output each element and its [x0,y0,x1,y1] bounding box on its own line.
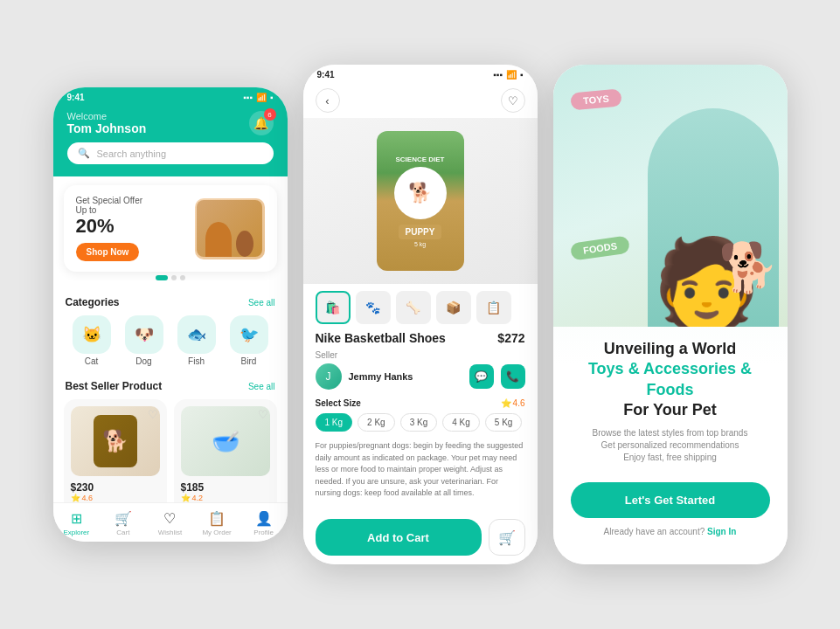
best-seller-title: Best Seller Product [66,380,163,392]
categories-see-all[interactable]: See all [248,298,275,308]
category-cat[interactable]: 🐱 Cat [73,315,111,366]
search-placeholder: Search anything [97,149,167,159]
get-started-button[interactable]: Let's Get Started [571,482,770,518]
signin-row: Already have an account? Sign In [553,527,788,543]
product-title: Nike Basketball Shoes [316,331,446,345]
explorer-label: Explorer [63,529,89,536]
unveil-title: Unveiling a World Toys & Accessories & F… [571,339,770,421]
product-img-1: 🐕 [71,406,160,476]
banner-dots [64,272,277,284]
message-button[interactable]: 💬 [469,364,494,389]
rating-badge: ⭐ 4.6 [501,398,525,408]
size-header: Select Size ⭐ 4.6 [316,398,525,408]
bag-label: PUPPY [399,225,442,239]
star-icon-lg: ⭐ [501,398,511,408]
bag-size: 5 kg [414,241,426,247]
bullet-2: Get personalized recommendations [571,440,770,450]
offer-banner: Get Special Offer Up to 20% Shop Now [64,185,277,272]
size-2kg[interactable]: 2 Kg [358,413,395,432]
offer-image [195,198,265,259]
size-section: Select Size ⭐ 4.6 1 Kg 2 Kg 3 Kg 4 Kg 5 … [303,395,538,435]
category-dog[interactable]: 🐶 Dog [125,315,163,366]
phone3-content: TOYS ACCESSORIES FOODS 🧑 🐕 [553,65,788,564]
wishlist-icon: ♡ [163,510,176,527]
categories-title: Categories [66,296,120,308]
category-fish[interactable]: 🐟 Fish [177,315,216,366]
thumb-1[interactable]: 🛍️ [316,291,351,324]
greeting-block: Welcome Tom Johnson [67,111,147,135]
phone3-text: Unveiling a World Toys & Accessories & F… [553,327,788,473]
call-button[interactable]: 📞 [501,364,525,389]
back-button[interactable]: ‹ [316,88,340,113]
dot-2 [171,275,177,280]
heart-icon-1[interactable]: ♡ [148,408,158,421]
bird-icon: 🐦 [230,315,268,354]
notification-bell[interactable]: 🔔 6 [249,111,274,135]
size-3kg[interactable]: 3 Kg [400,413,438,432]
product-rating-1: ⭐ 4.6 [71,494,160,502]
thumb-4[interactable]: 📦 [436,291,471,324]
thumb-3[interactable]: 🦴 [396,291,431,324]
add-to-cart-button[interactable]: Add to Cart [316,519,482,556]
seller-section: Seller J Jemmy Hanks 💬 📞 [303,345,538,395]
best-seller-header: Best Seller Product See all [53,373,288,396]
cart-label: Cart [116,529,129,536]
size-label: Select Size [316,398,361,408]
signin-link[interactable]: Sign In [707,527,736,536]
wifi-icon-2: 📶 [506,70,517,79]
product-main-image: SCIENCE DIET 🐕 PUPPY 5 kg [303,118,538,284]
wishlist-label: Wishlist [158,529,183,536]
phone2-nav: ‹ ♡ [303,83,538,118]
nav-wishlist[interactable]: ♡ Wishlist [147,510,194,536]
thumb-2[interactable]: 🐾 [356,291,391,324]
size-options: 1 Kg 2 Kg 3 Kg 4 Kg 5 Kg [316,413,525,432]
categories-row: 🐱 Cat 🐶 Dog 🐟 Fish 🐦 Bird [53,312,288,373]
size-5kg[interactable]: 5 Kg [485,413,523,432]
bullet-1: Browse the latest styles from top brands [571,428,770,438]
welcome-label: Welcome [67,111,147,121]
search-bar[interactable]: 🔍 Search anything [67,142,274,164]
dog-label: Dog [135,356,151,366]
heart-icon-2[interactable]: ♡ [258,408,268,421]
nav-orders[interactable]: 📋 My Order [193,510,240,536]
orders-icon: 📋 [208,510,226,527]
cat-label: Cat [85,356,99,366]
bag-brand: SCIENCE DIET [395,156,444,163]
battery-icon: ▪ [270,93,274,102]
signin-text: Already have an account? [604,527,705,536]
size-4kg[interactable]: 4 Kg [442,413,480,432]
nav-explorer[interactable]: ⊞ Explorer [53,510,101,536]
explorer-icon: ⊞ [71,510,82,527]
notification-badge: 6 [264,108,276,121]
phone1-header: Welcome Tom Johnson 🔔 6 🔍 Search anythin… [53,106,288,176]
cart-icon-button[interactable]: 🛒 [489,519,525,556]
seller-actions: 💬 📞 [469,364,525,389]
header-row: Welcome Tom Johnson 🔔 6 [67,111,274,135]
best-seller-see-all[interactable]: See all [248,382,275,391]
shop-now-button[interactable]: Shop Now [76,243,140,261]
search-icon: 🔍 [78,148,90,159]
product-price-2: $185 [181,481,270,494]
title-line2: Toys & Accessories & Foods [588,360,752,397]
seller-row: J Jemmy Hanks 💬 📞 [316,363,525,390]
phone-3: TOYS ACCESSORIES FOODS 🧑 🐕 [553,65,788,564]
offer-section: Get Special Offer Up to 20% Shop Now [53,176,288,289]
category-bird[interactable]: 🐦 Bird [230,315,268,366]
dog-food-bag: SCIENCE DIET 🐕 PUPPY 5 kg [377,131,464,271]
phone-2: 9:41 ▪▪▪ 📶 ▪ ‹ ♡ SCIENCE DIET 🐕 PUPPY 5 … [303,65,538,564]
rating-value: 4.6 [513,398,525,408]
user-name: Tom Johnson [67,121,147,135]
fish-label: Fish [188,356,205,366]
product-description: For puppies/pregnant dogs: begin by feed… [303,435,538,505]
star-icon-1: ⭐ [71,494,80,502]
seller-name: Jemmy Hanks [349,371,413,382]
profile-icon: 👤 [255,510,273,527]
favorite-button[interactable]: ♡ [501,88,525,113]
size-1kg[interactable]: 1 Kg [316,413,353,432]
orders-label: My Order [202,529,231,536]
product-info: Nike Basketball Shoes $272 [303,331,538,345]
nav-cart[interactable]: 🛒 Cart [100,510,147,536]
signal-icon: ▪▪▪ [243,93,253,102]
nav-profile[interactable]: 👤 Profile [240,510,288,536]
thumb-5[interactable]: 📋 [476,291,511,324]
